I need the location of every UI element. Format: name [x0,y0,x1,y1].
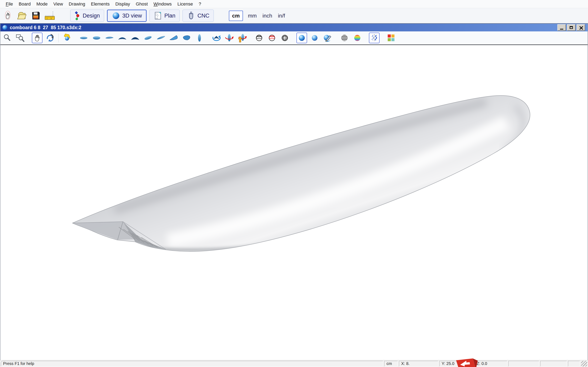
toolbar-separator [58,33,59,42]
unit-inch[interactable]: inch [260,13,275,19]
view-bottom-tool[interactable] [91,33,102,43]
mesh-sphere-icon [280,33,289,42]
unit-selector: cm mm inch in/f [229,11,288,21]
rotate-flip-tool[interactable] [237,33,247,43]
render-shaded-icon [298,34,306,42]
view-outline-icon [196,33,203,43]
menu-file[interactable]: File [3,1,16,7]
minimize-icon [560,29,563,30]
symmetry-icon [370,34,379,42]
wireframe-tool[interactable] [254,33,264,43]
maximize-button[interactable] [567,24,576,31]
menu-view[interactable]: View [51,1,66,7]
view-deck-tool[interactable] [78,33,89,43]
rotate-view-icon [212,33,221,43]
zoom-window-icon [15,33,25,42]
render-curvature-icon [353,33,362,42]
view-perspective2-tool[interactable] [156,33,166,43]
rotate-view-tool[interactable] [211,33,222,43]
pan-hand-icon [33,34,41,42]
shape3d-logo [454,358,480,367]
document-window: comboard 6 8 27 85 170.s3dx:2 [0,23,588,360]
sphere-3d-icon [112,11,120,20]
menu-ghost[interactable]: Ghost [133,1,151,7]
menu-board[interactable]: Board [16,1,34,7]
mesh-tool[interactable] [279,33,290,43]
ruler-icon: 1 0 [44,10,57,21]
plan-mode-label: Plan [164,13,175,19]
unit-mm[interactable]: mm [245,13,259,19]
render-shaded-tool[interactable] [296,33,307,43]
surfboard-outline [72,95,530,251]
main-toolbar: 1 0 Design 3 [0,8,588,23]
menu-elements[interactable]: Elements [88,1,112,7]
status-help: Press F1 for help [1,361,383,366]
symmetry-tool[interactable] [369,33,380,43]
pan-tool[interactable] [32,33,43,43]
open-button[interactable] [16,10,27,22]
view-rocker-tool[interactable] [104,33,115,43]
status-x-coordinate: X: 8. [399,361,438,366]
rotate-flip-icon [237,33,247,43]
view-perspective4-tool[interactable] [181,33,192,43]
color-squares-icon [387,34,395,42]
measure-button[interactable]: 1 0 [44,10,57,22]
view-nose-tool[interactable] [117,33,128,43]
menu-bar: File Board Mode View Drawing Elements Di… [0,0,588,8]
surfboard-render [0,45,588,360]
view-tail-tool[interactable] [130,33,140,43]
view-bottom-icon [92,33,101,42]
view-perspective3-tool[interactable] [168,33,179,43]
view-outline-tool[interactable] [194,33,205,43]
menu-mode[interactable]: Mode [34,1,51,7]
resize-grip[interactable] [581,361,587,366]
light-tool[interactable] [61,33,72,43]
view-rocker-icon [105,33,114,42]
wireframe-red-tool[interactable] [267,33,277,43]
view3d-mode-button[interactable]: 3D view [107,9,147,22]
status-bar: Press F1 for help cm X: 8. Y: 25.0 Z: 0.… [0,360,588,367]
view-perspective1-tool[interactable] [143,33,153,43]
render-zebra-tool[interactable] [339,33,350,43]
cnc-bit-icon [187,11,195,20]
menu-license[interactable]: License [174,1,196,7]
rotate-3d-tool[interactable] [45,33,55,43]
minimize-button[interactable] [557,24,566,31]
new-board-button[interactable] [2,10,13,22]
menu-display[interactable]: Display [112,1,133,7]
view-deck-icon [79,33,88,42]
zoom-window-tool[interactable] [15,33,26,43]
menu-help[interactable]: ? [196,1,204,7]
close-button[interactable] [577,24,585,31]
unit-inf[interactable]: in/f [275,13,288,19]
open-folder-icon [17,10,27,21]
viewport-3d[interactable] [0,44,588,360]
rotate-axis-tool[interactable] [224,33,234,43]
view-perspective2-icon [156,33,165,42]
svg-text:1: 1 [47,17,48,20]
unit-cm[interactable]: cm [229,11,243,21]
svg-text:0: 0 [51,17,52,20]
board-pointer-icon [3,10,13,21]
plan-mode-button[interactable]: Plan [149,9,180,22]
design-mode-button[interactable]: Design [70,9,104,22]
zoom-icon [3,33,12,42]
render-smooth-tool[interactable] [309,33,320,43]
save-button[interactable] [30,10,41,22]
document-titlebar[interactable]: comboard 6 8 27 85 170.s3dx:2 [0,24,588,31]
render-curvature-tool[interactable] [352,33,363,43]
maximize-icon [570,26,573,29]
menu-drawing[interactable]: Drawing [66,1,88,7]
cnc-mode-label: CNC [198,13,209,19]
document-title: comboard 6 8 27 85 170.s3dx:2 [10,25,81,30]
menu-windows[interactable]: Windows [151,1,174,7]
status-empty-2 [540,361,567,366]
wireframe-sphere-icon [255,33,264,42]
cnc-mode-button[interactable]: CNC [182,9,214,22]
render-paint-tool[interactable] [322,33,333,43]
colors-tool[interactable] [386,33,397,43]
zoom-tool[interactable] [2,33,13,43]
light-icon [62,33,71,42]
window-controls [557,24,586,31]
rotate-3d-icon [45,33,55,43]
